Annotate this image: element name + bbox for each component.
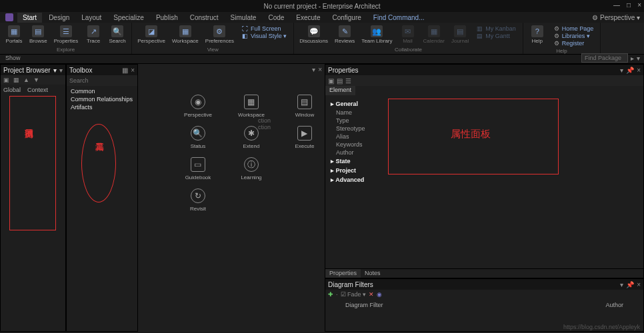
close-icon[interactable]: × — [637, 67, 641, 74]
field-name[interactable]: Name — [331, 109, 638, 117]
preferences-button[interactable]: ⚙Preferences — [203, 24, 237, 45]
window-icon: ▤ — [297, 95, 312, 109]
app-logo-icon[interactable] — [5, 13, 13, 21]
minimize-icon[interactable]: — — [613, 1, 620, 9]
visual-style-link[interactable]: ◧Visual Style ▾ — [242, 33, 287, 39]
toolbox-item-relationships[interactable]: Common Relationships — [71, 95, 133, 103]
up-icon[interactable]: ▲ — [23, 77, 29, 83]
tab-layout[interactable]: Layout — [76, 13, 107, 23]
gear-icon: ⚙ — [213, 25, 225, 37]
workspace-button[interactable]: ▦Workspace — [169, 24, 201, 45]
watermark: https://blog.csdn.net/Appleyk — [563, 324, 640, 330]
tab-code[interactable]: Code — [263, 13, 289, 23]
properties-button[interactable]: ☰Properties — [51, 24, 81, 45]
props-btn2[interactable]: ▤ — [337, 77, 343, 85]
tab-notes[interactable]: Notes — [361, 269, 385, 278]
field-author[interactable]: Author — [331, 149, 638, 157]
close-icon[interactable]: × — [637, 1, 641, 9]
folder-icon[interactable]: ▣ — [3, 77, 9, 83]
portal-window[interactable]: ▤Window — [285, 95, 325, 118]
props-btn1[interactable]: ▣ — [328, 77, 334, 85]
new-icon[interactable]: ▦ — [13, 77, 19, 83]
find-dropdown-icon[interactable]: ▾ — [637, 55, 640, 62]
perspective-button[interactable]: ◪Perspective — [135, 24, 168, 45]
tab-start[interactable]: Start — [17, 13, 42, 23]
fullscreen-link[interactable]: ⛶Full Screen — [242, 25, 287, 32]
portals-button[interactable]: ▦Portals — [3, 24, 25, 45]
trace-button[interactable]: ↗Trace — [82, 24, 105, 45]
tab-global[interactable]: Global — [1, 86, 23, 94]
perspective-selector[interactable]: ⚙ Perspective ▾ — [592, 14, 640, 21]
calendar-button[interactable]: ▦Calendar — [421, 24, 447, 45]
kanban-link[interactable]: ▥My Kanban — [477, 25, 516, 32]
down-icon[interactable]: ▼ — [33, 77, 39, 83]
dropdown-icon[interactable]: ▾ — [312, 66, 315, 73]
portal-learning[interactable]: ⓘLearning — [231, 157, 271, 180]
tab-publish[interactable]: Publish — [151, 13, 183, 23]
close-icon[interactable]: × — [131, 67, 135, 74]
filter-mode[interactable]: ☑ Fade ▾ — [341, 291, 367, 298]
tab-context[interactable]: Context — [25, 86, 51, 94]
portal-revisit[interactable]: ↻Revisit — [178, 188, 218, 212]
portal-guidebook[interactable]: ▭Guidebook — [178, 157, 218, 180]
home-page-link[interactable]: ⚙Home Page — [554, 25, 594, 32]
tab-execute[interactable]: Execute — [291, 13, 325, 23]
filter-misc-icon[interactable]: ◉ — [377, 291, 382, 298]
search-button[interactable]: 🔍Search — [106, 24, 129, 45]
find-package-input[interactable] — [581, 53, 628, 63]
field-type[interactable]: Type — [331, 117, 638, 125]
tab-simulate[interactable]: Simulate — [225, 13, 262, 23]
pin-icon[interactable]: 📌 — [626, 281, 634, 288]
find-command[interactable]: Find Command... — [368, 13, 430, 23]
browser-tabs: Global Context — [1, 85, 65, 95]
main-area: Project Browser ▾ ▾ ▣ ▦ ▲ ▼ Global Conte… — [0, 64, 644, 332]
group-project[interactable]: ▸ Project — [331, 166, 638, 175]
delete-icon[interactable]: ✕ — [369, 291, 374, 298]
close-icon[interactable]: × — [318, 66, 322, 73]
toolbox-search-input[interactable] — [69, 77, 144, 84]
discussions-button[interactable]: 💬Discussions — [297, 24, 331, 45]
field-stereotype[interactable]: Stereotype — [331, 125, 638, 133]
show-label[interactable]: Show — [5, 55, 21, 61]
mail-icon: ✉ — [402, 25, 414, 37]
tab-construct[interactable]: Construct — [185, 13, 224, 23]
register-link[interactable]: ⚙Register — [554, 40, 594, 47]
tab-configure[interactable]: Configure — [327, 13, 366, 23]
team-library-button[interactable]: 👥Team Library — [359, 24, 395, 45]
pin-icon[interactable]: ▾ — [59, 67, 63, 74]
col-author[interactable]: Author — [605, 302, 623, 308]
portal-status[interactable]: 🔍Status — [178, 126, 218, 149]
find-go-icon[interactable]: ▸ — [631, 55, 634, 62]
dropdown-icon[interactable]: ▾ — [620, 67, 623, 74]
toolbox-menu-icon[interactable]: ▦ — [122, 67, 128, 74]
maximize-icon[interactable]: □ — [627, 1, 631, 9]
dropdown-icon[interactable]: ▾ — [620, 281, 623, 288]
help-button[interactable]: ?Help — [526, 24, 549, 48]
group-state[interactable]: ▸ State — [331, 157, 638, 166]
journal-button[interactable]: ▤Journal — [449, 24, 471, 45]
toolbox-item-artifacts[interactable]: Artifacts — [71, 103, 133, 111]
group-general[interactable]: ▸ General — [331, 99, 638, 109]
pin-icon[interactable]: 📌 — [626, 67, 634, 74]
close-icon[interactable]: × — [637, 281, 641, 288]
add-filter-icon[interactable]: ✚ — [328, 291, 333, 298]
portal-perspective[interactable]: ◉Perspective — [178, 95, 218, 118]
mail-button[interactable]: ✉Mail — [397, 24, 419, 45]
field-alias[interactable]: Alias — [331, 133, 638, 141]
tab-specialize[interactable]: Specialize — [108, 13, 149, 23]
group-advanced[interactable]: ▸ Advanced — [331, 175, 638, 184]
libraries-link[interactable]: ⚙Libraries ▾ — [554, 33, 594, 39]
tab-element[interactable]: Element — [325, 86, 355, 95]
props-btn3[interactable]: ☰ — [345, 77, 351, 85]
tab-design[interactable]: Design — [43, 13, 75, 23]
reviews-button[interactable]: ✎Reviews — [332, 24, 357, 45]
gantt-link[interactable]: ▤My Gantt — [477, 33, 516, 39]
tab-properties[interactable]: Properties — [325, 269, 361, 278]
toolbox-item-common[interactable]: Common — [71, 87, 133, 95]
field-keywords[interactable]: Keywords — [331, 141, 638, 149]
dropdown-icon[interactable]: ▾ — [53, 67, 57, 74]
portal-execute[interactable]: ▶Execute — [285, 126, 325, 149]
portal-workspace[interactable]: ▦Workspace — [231, 95, 271, 118]
browse-button[interactable]: ▤Browse — [27, 24, 50, 45]
col-diagram-filter[interactable]: Diagram Filter — [345, 302, 383, 308]
